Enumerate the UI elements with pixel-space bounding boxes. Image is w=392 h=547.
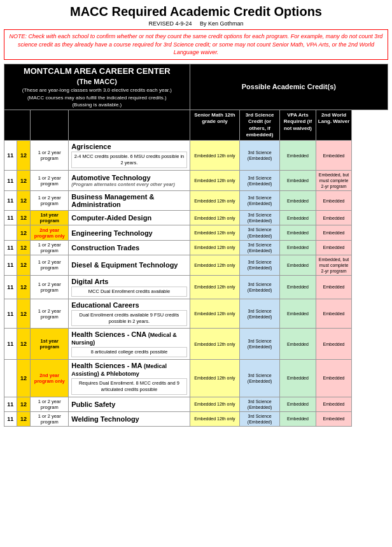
year-type-cell: 1 or 2 year program xyxy=(31,276,69,299)
world-lang-cell: Embedded, but must complete 2-yr program xyxy=(316,255,352,275)
program-name: Diesel & Equipment Technology xyxy=(71,261,186,269)
program-name-cell: Digital ArtsMCC Dual Enrollment credits … xyxy=(69,276,190,299)
science-cell: 3rd Science (Embedded) xyxy=(240,276,280,299)
senior-math-cell: Embedded 12th only xyxy=(190,276,239,299)
author-label: By Ken Gothman xyxy=(200,20,244,27)
program-name-cell: Public Safety xyxy=(69,397,190,411)
science-cell: 3rd Science (Embedded) xyxy=(240,397,280,411)
senior-math-cell: Embedded 12th only xyxy=(190,299,239,329)
grade-12-cell: 12 xyxy=(17,191,31,211)
grade-12-cell: 12 xyxy=(17,225,31,240)
senior-math-cell: Embedded 12th only xyxy=(190,141,239,171)
grade-12-cell: 12 xyxy=(17,255,31,275)
grade-11-cell: 11 xyxy=(4,329,17,360)
table-row: 11121 or 2 year programEducational Caree… xyxy=(4,299,388,329)
vpa-cell: Embedded xyxy=(280,411,316,426)
year-type-cell: 1 or 2 year program xyxy=(31,170,69,190)
table-row: 122nd year program onlyEngineering Techn… xyxy=(4,225,388,240)
senior-math-cell: Embedded 12th only xyxy=(190,255,239,275)
grade-11-cell: 11 xyxy=(4,411,17,426)
grade-11-cell: 11 xyxy=(4,191,17,211)
senior-math-cell: Embedded 12th only xyxy=(190,240,239,255)
macc-info1: (These are year-long classes worth 3.0 e… xyxy=(6,87,188,94)
main-table: MONTCALM AREA CAREER CENTER (The MACC) (… xyxy=(4,64,388,427)
program-name-cell: Health Sciences - MA (Medical Assisting)… xyxy=(69,360,190,397)
program-name-cell: Business Management & Administration xyxy=(69,191,190,211)
grade-12-cell: 12 xyxy=(17,360,31,397)
year-type-cell: 1 or 2 year program xyxy=(31,141,69,171)
program-name-cell: Automotive Technology(Program alternates… xyxy=(69,170,190,190)
vpa-cell: Embedded xyxy=(280,255,316,275)
grade-11-cell: 11 xyxy=(4,397,17,411)
program-name: Agriscience xyxy=(71,143,186,150)
note-box: NOTE: Check with each school to confirm … xyxy=(4,29,388,60)
grade-12-cell: 12 xyxy=(17,240,31,255)
program-note: Dual Enrollment credits available 9 FSU … xyxy=(71,310,186,327)
possible-credits-header: Possible Academic Credit(s) xyxy=(190,64,388,110)
vpa-cell: Embedded xyxy=(280,225,316,240)
world-lang-cell: Embedded xyxy=(316,141,352,171)
vpa-cell: Embedded xyxy=(280,170,316,190)
world-lang-cell: Embedded xyxy=(316,397,352,411)
world-lang-cell: Embedded xyxy=(316,240,352,255)
world-lang-cell: Embedded xyxy=(316,299,352,329)
science-cell: 3rd Science (Embedded) xyxy=(240,255,280,275)
science-cell: 3rd Science (Embedded) xyxy=(240,299,280,329)
year-type-cell: 2nd year program only xyxy=(31,225,69,240)
grade-12-cell: 12 xyxy=(17,211,31,225)
program-name: Business Management & Administration xyxy=(71,193,186,208)
vpa-cell: Embedded xyxy=(280,329,316,360)
senior-math-cell: Embedded 12th only xyxy=(190,397,239,411)
grade-11-cell: 11 xyxy=(4,211,17,225)
grade-11-cell: 11 xyxy=(4,170,17,190)
macc-info2: (MACC courses may also fulfill the indic… xyxy=(6,94,188,101)
vpa-cell: Embedded xyxy=(280,397,316,411)
senior-math-cell: Embedded 12th only xyxy=(190,170,239,190)
vpa-cell: Embedded xyxy=(280,276,316,299)
year-type-col-header xyxy=(31,110,69,141)
grade-12-cell: 12 xyxy=(17,329,31,360)
world-lang-cell: Embedded xyxy=(316,411,352,426)
science-cell: 3rd Science (Embedded) xyxy=(240,240,280,255)
table-row: 11121 or 2 year programPublic SafetyEmbe… xyxy=(4,397,388,411)
program-name-cell: Agriscience2-4 MCC credits possible. 6 M… xyxy=(69,141,190,171)
senior-math-cell: Embedded 12th only xyxy=(190,211,239,225)
program-name: Computer-Aided Design xyxy=(71,214,186,222)
senior-math-cell: Embedded 12th only xyxy=(190,329,239,360)
world-lang-cell: Embedded xyxy=(316,360,352,397)
subtitle-row: REVISED 4-9-24 By Ken Gothman xyxy=(4,20,388,27)
table-row: 122nd year program onlyHealth Sciences -… xyxy=(4,360,388,397)
table-row: 11121 or 2 year programAutomotive Techno… xyxy=(4,170,388,190)
science-cell: 3rd Science (Embedded) xyxy=(240,170,280,190)
year-type-cell: 1 or 2 year program xyxy=(31,191,69,211)
grade-11-cell: 11 xyxy=(4,299,17,329)
program-note: 2-4 MCC credits possible. 6 MSU credits … xyxy=(71,152,186,168)
grade-12-cell: 12 xyxy=(17,276,31,299)
vpa-cell: Embedded xyxy=(280,240,316,255)
table-row: 11121 or 2 year programAgriscience2-4 MC… xyxy=(4,141,388,171)
grade-12-cell: 12 xyxy=(17,141,31,171)
grade-12-cell: 12 xyxy=(17,170,31,190)
grade-12-cell: 12 xyxy=(17,397,31,411)
vpa-col-header: VPA Arts Required (if not waived) xyxy=(280,110,316,141)
science-cell: 3rd Science (Embedded) xyxy=(240,411,280,426)
grade-11-cell: 11 xyxy=(4,255,17,275)
table-row: 11121 or 2 year programConstruction Trad… xyxy=(4,240,388,255)
program-name-cell: Computer-Aided Design xyxy=(69,211,190,225)
science-cell: 3rd Science (Embedded) xyxy=(240,211,280,225)
world-lang-cell: Embedded xyxy=(316,211,352,225)
year-type-cell: 1st year program xyxy=(31,329,69,360)
year-type-cell: 2nd year program only xyxy=(31,360,69,397)
grade-11-cell: 11 xyxy=(4,276,17,299)
grade-12-cell: 12 xyxy=(17,299,31,329)
program-col-header xyxy=(69,110,190,141)
table-row: 11121 or 2 year programBusiness Manageme… xyxy=(4,191,388,211)
grade-12-cell: 12 xyxy=(17,411,31,426)
grade-col-header xyxy=(4,110,31,141)
program-name: Public Safety xyxy=(71,401,186,408)
table-row: 11121st year programHealth Sciences - CN… xyxy=(4,329,388,360)
year-type-cell: 1 or 2 year program xyxy=(31,240,69,255)
year-type-cell: 1 or 2 year program xyxy=(31,255,69,275)
science-cell: 3rd Science (Embedded) xyxy=(240,360,280,397)
program-name-cell: Welding Technology xyxy=(69,411,190,426)
